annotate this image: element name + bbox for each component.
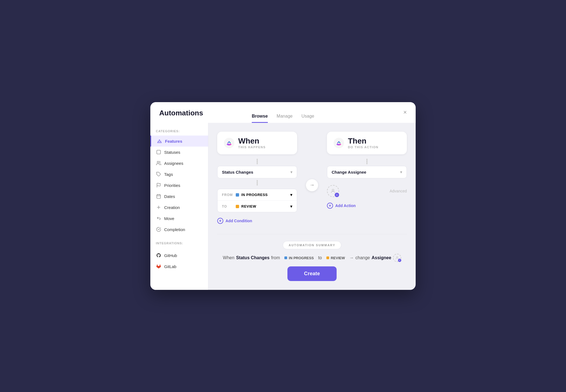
summary-section: AUTOMATION SUMMARY When Status Changes f… [217,234,407,281]
sidebar-item-move-label: Move [164,216,174,221]
gitlab-icon [156,264,161,269]
summary-to-word: to [318,255,322,260]
advanced-text[interactable]: Advanced [390,189,407,193]
calendar-icon [156,194,161,199]
from-to-section: FROM IN PROGRESS ▾ TO REVIEW [217,189,297,212]
when-logo [224,138,234,148]
sidebar-item-move[interactable]: Move [150,213,208,224]
summary-from-badge: IN PROGRESS [282,255,316,261]
sidebar-item-features[interactable]: Features [150,136,208,147]
sidebar-item-creation[interactable]: Creation [150,202,208,213]
to-status-badge: REVIEW [236,204,287,208]
trigger-dropdown-chevron: ▾ [290,170,292,174]
to-status-dot [236,205,239,208]
summary-arrow-icon: → [349,255,354,260]
add-action-label: Add Action [335,203,356,208]
summary-label: AUTOMATION SUMMARY [283,241,341,249]
summary-from-status: IN PROGRESS [289,256,314,260]
automation-builder: When THIS HAPPENS Status Changes ▾ FROM [217,132,407,227]
when-column: When THIS HAPPENS Status Changes ▾ FROM [217,132,297,225]
summary-prefix: When [223,255,234,260]
summary-to-badge: REVIEW [324,255,348,261]
add-condition-button[interactable]: + Add Condition [217,217,297,225]
from-status-dot [236,193,239,197]
tag-icon [156,171,161,177]
summary-text: When Status Changes from IN PROGRESS to … [217,254,407,262]
tab-usage[interactable]: Usage [302,114,314,123]
summary-to-dot [326,256,329,259]
from-row[interactable]: FROM IN PROGRESS ▾ [218,189,297,201]
arrow-connector: → [306,179,318,191]
svg-point-12 [396,256,398,258]
then-card-header: Then DO THIS ACTION [327,132,407,154]
sidebar-item-assignees[interactable]: Assignees [150,158,208,169]
close-button[interactable]: × [403,109,407,121]
sidebar-item-tags-label: Tags [164,172,173,177]
svg-point-0 [159,140,160,141]
summary-action-prefix: change [355,255,370,260]
add-action-button[interactable]: + Add Action [327,203,407,209]
tab-manage[interactable]: Manage [277,114,293,123]
crown-icon [157,138,162,144]
sidebar-item-tags[interactable]: Tags [150,169,208,180]
github-icon [156,253,161,258]
square-icon [156,149,161,155]
to-label: TO [222,205,232,208]
from-status-badge: IN PROGRESS [236,193,287,197]
from-status-value: IN PROGRESS [241,193,268,197]
modal-title: Automations [159,109,203,123]
modal-header: Automations Browse Manage Usage × [150,102,416,123]
trigger-dropdown-value: Status Changes [222,170,253,174]
categories-label: CATEGORIES: [150,129,208,136]
trigger-dropdown[interactable]: Status Changes ▾ [217,166,297,178]
to-status-value: REVIEW [241,204,256,208]
add-condition-label: Add Condition [226,219,252,223]
sidebar-item-priorities[interactable]: Priorities [150,180,208,191]
action-dropdown[interactable]: Change Assignee ▾ [327,166,407,178]
action-dropdown-value: Change Assignee [332,170,366,174]
assignee-placeholder: + Advanced [327,182,407,200]
sidebar-item-statuses[interactable]: Statuses [150,147,208,158]
create-button[interactable]: Create [287,266,337,281]
then-header-text: Then DO THIS ACTION [348,137,378,149]
tab-browse[interactable]: Browse [252,114,268,123]
summary-from-dot [284,256,287,259]
when-connector-2 [217,180,297,186]
when-big-label: When [238,137,266,145]
add-condition-circle: + [217,218,223,224]
sidebar-item-completion[interactable]: Completion [150,224,208,235]
sidebar: CATEGORIES: Features Statuses [150,123,208,290]
when-connector-1 [217,159,297,164]
action-dropdown-chevron: ▾ [400,170,402,174]
summary-trigger: Status Changes [236,255,269,260]
automations-modal: Automations Browse Manage Usage × CATEGO… [150,102,416,290]
svg-point-2 [157,161,159,163]
sidebar-item-statuses-label: Statuses [164,150,180,155]
when-card-header: When THIS HAPPENS [217,132,297,154]
to-row[interactable]: TO REVIEW ▾ [218,201,297,212]
then-big-label: Then [348,137,378,145]
summary-to-status: REVIEW [331,256,345,260]
tabs-container: Browse Manage Usage [252,114,314,123]
sidebar-item-github[interactable]: GitHub [150,250,208,261]
sidebar-item-assignees-label: Assignees [164,161,183,166]
assignee-plus-badge: + [335,193,339,197]
sidebar-item-gitlab[interactable]: GitLab [150,261,208,272]
from-chevron: ▾ [290,192,292,197]
then-actions: + Advanced + Add Action [327,182,407,209]
sidebar-item-priorities-label: Priorities [164,183,180,188]
from-label: FROM [222,193,232,197]
add-action-circle: + [327,203,333,209]
sidebar-item-creation-label: Creation [164,205,180,210]
sidebar-item-gitlab-label: GitLab [164,264,176,269]
flag-icon [156,182,161,188]
integrations-label: INTEGRATIONS: [150,242,208,248]
summary-assignee-icon: + [393,254,401,262]
svg-rect-1 [157,150,161,154]
modal-body: CATEGORIES: Features Statuses [150,123,416,290]
then-logo [334,138,344,148]
svg-point-11 [332,189,334,191]
then-column: Then DO THIS ACTION Change Assignee ▾ [327,132,407,209]
then-small-label: DO THIS ACTION [348,145,378,149]
sidebar-item-dates[interactable]: Dates [150,191,208,202]
